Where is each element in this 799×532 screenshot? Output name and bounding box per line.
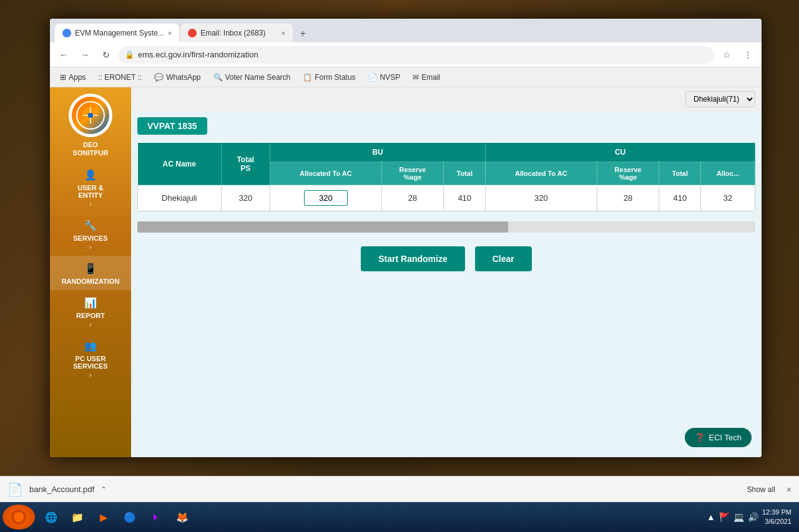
download-bar: 📄 bank_Account.pdf ⌃ Show all × <box>0 476 799 502</box>
clock-time: 12:39 PM <box>762 508 792 517</box>
bookmark-star[interactable]: ☆ <box>718 46 735 64</box>
user-entity-label: USER &ENTITY <box>77 184 104 199</box>
sidebar-item-pc-user[interactable]: 👥 PC USERSERVICES › <box>50 333 131 384</box>
player-icon: ⏵ <box>149 510 164 525</box>
bu-allocated-header: Allocated To AC <box>270 162 382 185</box>
taskbar-ie[interactable]: 🌐 <box>39 506 64 528</box>
tray-volume[interactable]: 🔊 <box>748 512 758 522</box>
report-label: REPORT <box>76 312 105 319</box>
data-table: AC Name TotalPS BU CU Allocated To AC Re… <box>137 142 755 211</box>
start-button[interactable] <box>2 505 35 530</box>
back-button[interactable]: ← <box>55 46 72 64</box>
sidebar: DEOSONITPUR 👤 USER &ENTITY › 🔧 SERVICES … <box>50 87 131 457</box>
bookmark-email[interactable]: ✉ Email <box>408 70 445 84</box>
tab-email[interactable]: Email: Inbox (2683) × <box>180 24 293 42</box>
report-arrow: › <box>89 321 91 328</box>
table-row: Dhekiajuli 320 28 410 320 28 410 <box>138 185 755 211</box>
tab-evm-icon <box>62 29 71 37</box>
deo-title: DEOSONITPUR <box>73 141 109 157</box>
tray-arrow[interactable]: ▲ <box>707 512 715 522</box>
cu-alloc-cell: 32 <box>701 185 755 211</box>
eci-tech-button[interactable]: ❓ ECI Tech <box>685 428 752 447</box>
taskbar-player[interactable]: ⏵ <box>144 506 169 528</box>
system-clock: 12:39 PM 3/6/2021 <box>762 508 792 527</box>
sidebar-item-report[interactable]: 📊 REPORT › <box>50 290 131 333</box>
cu-allocated-cell: 320 <box>486 185 597 211</box>
download-expand[interactable]: ⌃ <box>100 485 107 494</box>
extensions-button[interactable]: ⋮ <box>739 46 757 64</box>
ie-icon: 🌐 <box>44 510 59 525</box>
media-icon: ▶ <box>96 510 111 525</box>
sidebar-logo <box>69 94 112 137</box>
tab-evm-label: EVM Management Syste... <box>75 29 164 37</box>
user-entity-icon: 👤 <box>83 167 98 182</box>
bu-header: BU <box>270 143 486 162</box>
tab-email-close[interactable]: × <box>282 29 285 37</box>
vvpat-badge: VVPAT 1835 <box>137 117 207 135</box>
tab-evm-close[interactable]: × <box>168 29 172 37</box>
cu-alloc-header: Alloc... <box>701 162 755 185</box>
tab-evm[interactable]: EVM Management Syste... × <box>55 24 179 42</box>
bookmark-nvsp-label: NVSP <box>380 73 401 82</box>
bookmark-whatsapp-label: WhatsApp <box>166 73 200 82</box>
scrollbar-thumb <box>137 221 508 233</box>
bu-reserve-header: Reserve%age <box>381 162 444 185</box>
taskbar-firefox[interactable]: 🦊 <box>170 506 195 528</box>
sidebar-item-randomization[interactable]: 📱 RANDOMIZATION <box>50 256 131 290</box>
ac-name-header: AC Name <box>138 143 222 185</box>
bookmark-voter-label: Voter Name Search <box>225 73 291 82</box>
forward-button[interactable]: → <box>76 46 94 64</box>
files-icon: 📁 <box>70 510 85 525</box>
refresh-button[interactable]: ↻ <box>97 46 115 64</box>
show-all-button[interactable]: Show all <box>742 483 780 496</box>
bookmark-eronet[interactable]: :: ERONET :: <box>93 70 147 84</box>
chrome-icon: 🔵 <box>122 510 137 525</box>
bookmark-voter-icon: 🔍 <box>213 73 223 82</box>
tray-network[interactable]: 💻 <box>733 512 744 522</box>
bookmark-email-label: Email <box>421 73 440 82</box>
bookmark-whatsapp[interactable]: 💬 WhatsApp <box>149 70 205 84</box>
bu-reserve-cell: 28 <box>381 185 444 211</box>
bu-total-header: Total <box>444 162 486 185</box>
pdf-icon: 📄 <box>7 482 23 497</box>
bu-allocated-input[interactable] <box>304 190 348 206</box>
bookmark-nvsp[interactable]: 📄 NVSP <box>363 70 406 84</box>
bookmark-form[interactable]: 📋 Form Status <box>298 70 360 84</box>
download-filename: bank_Account.pdf <box>29 485 94 494</box>
tray-flag[interactable]: 🚩 <box>719 512 730 522</box>
taskbar-files[interactable]: 📁 <box>65 506 90 528</box>
cu-total-cell: 410 <box>659 185 701 211</box>
new-tab-button[interactable]: + <box>294 25 311 42</box>
cu-allocated-header: Allocated To AC <box>486 162 597 185</box>
start-randomize-button[interactable]: Start Randomize <box>361 246 464 271</box>
svg-point-4 <box>88 113 93 118</box>
url-bar[interactable]: 🔒 ems.eci.gov.in/first-randomization <box>119 46 714 64</box>
sidebar-item-services[interactable]: 🔧 SERVICES › <box>50 213 131 256</box>
url-text: ems.eci.gov.in/first-randomization <box>138 50 258 59</box>
pc-user-arrow: › <box>89 372 91 379</box>
close-download-button[interactable]: × <box>787 485 792 495</box>
horizontal-scrollbar[interactable] <box>137 221 755 233</box>
bu-allocated-cell[interactable] <box>270 185 382 211</box>
bookmark-email-icon: ✉ <box>413 73 419 82</box>
eci-tech-label: ECI Tech <box>708 433 742 442</box>
taskbar: 🌐 📁 ▶ 🔵 ⏵ 🦊 ▲ 🚩 💻 🔊 12:39 PM 3/6/2021 <box>0 502 799 532</box>
total-ps-cell: 320 <box>221 185 270 211</box>
bookmark-voter[interactable]: 🔍 Voter Name Search <box>208 70 296 84</box>
user-entity-arrow: › <box>89 201 91 208</box>
report-icon: 📊 <box>83 295 98 310</box>
clear-button[interactable]: Clear <box>475 246 532 271</box>
taskbar-chrome[interactable]: 🔵 <box>117 506 142 528</box>
services-arrow: › <box>89 244 91 251</box>
total-ps-header: TotalPS <box>221 143 270 185</box>
randomization-icon: 📱 <box>83 261 98 276</box>
cu-reserve-cell: 28 <box>597 185 659 211</box>
taskbar-media[interactable]: ▶ <box>91 506 116 528</box>
ac-name-cell: Dhekiajuli <box>138 185 222 211</box>
bookmark-apps[interactable]: ⊞ Apps <box>55 70 91 84</box>
bookmarks-bar: ⊞ Apps :: ERONET :: 💬 WhatsApp 🔍 Voter N… <box>50 67 762 87</box>
button-row: Start Randomize Clear <box>137 236 755 281</box>
sidebar-item-user-entity[interactable]: 👤 USER &ENTITY › <box>50 162 131 213</box>
browser-window: EVM Management Syste... × Email: Inbox (… <box>50 19 762 457</box>
ac-dropdown[interactable]: Dhekiajuli(71) <box>685 91 755 107</box>
